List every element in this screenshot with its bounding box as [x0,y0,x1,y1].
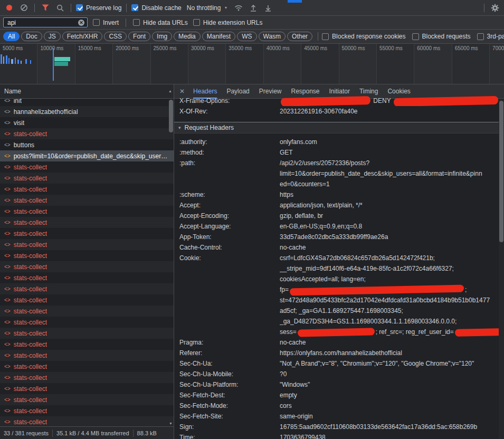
request-headers-section[interactable]: ▾Request Headers [174,122,504,133]
request-name: stats-collect [14,252,47,260]
settings-button[interactable] [489,2,501,14]
filter-pill-ws[interactable]: WS [237,32,256,41]
name-column-header[interactable]: Name ▲ [0,84,174,99]
filter-pill-css[interactable]: CSS [104,32,127,41]
request-row[interactable]: <>visit [0,117,174,128]
header-value: ?0 [280,369,504,379]
filter-pill-media[interactable]: Media [174,32,201,41]
import-har-button[interactable] [248,2,259,14]
header-name: Cache-Control: [179,242,280,253]
preserve-log-checkbox[interactable] [76,4,83,11]
request-row[interactable]: <>stats-collect [0,416,174,426]
scroll-down-icon[interactable]: ▼ [169,422,173,425]
filter-pill-all[interactable]: All [3,32,20,41]
filter-pill-js[interactable]: JS [44,32,61,41]
file-code-icon: <> [4,186,11,192]
filter-input[interactable] [6,18,76,27]
redaction-scribble [455,328,501,336]
request-row[interactable]: <>stats-collect [0,405,174,416]
export-har-button[interactable] [262,2,274,14]
disable-cache-checkbox[interactable] [131,4,138,11]
header-row: App-Token:33d57ade8c02dbc5a333db99ff9ae2… [174,232,504,242]
checkbox-blocked-requests[interactable] [412,33,419,40]
timeline-activity-bar [17,60,19,64]
filter-pill-manifest[interactable]: Manifest [202,32,235,41]
request-row[interactable]: <>stats-collect [0,306,174,317]
request-row[interactable]: <>stats-collect [0,250,174,261]
request-row[interactable]: <>stats-collect [0,217,174,228]
details-scrollbar-thumb[interactable] [499,101,503,242]
filter-pill-img[interactable]: Img [152,32,172,41]
throttling-select[interactable]: No throttling ▼ [185,4,230,12]
scrollbar-thumb[interactable] [169,100,173,132]
request-row[interactable]: <>stats-collect [0,195,174,206]
request-row[interactable]: <>stats-collect [0,283,174,294]
request-row[interactable]: <>hannahelizabethofficial [0,106,174,117]
checkbox-blocked-response-cookies[interactable] [322,33,329,40]
network-main-toolbar: Preserve log Disable cache No throttling… [0,0,504,16]
download-icon [264,4,272,12]
toggle-3rd-party-requests[interactable]: 3rd-party requests [477,33,504,40]
record-button[interactable] [3,2,15,14]
request-row[interactable]: <>stats-collect [0,361,174,372]
request-row[interactable]: <>stats-collect [0,383,174,394]
network-overview-timeline[interactable]: 5000 ms10000 ms15000 ms20000 ms25000 ms3… [0,44,504,84]
request-row[interactable]: <>stats-collect [0,239,174,250]
request-name: init [14,99,22,104]
request-row[interactable]: <>stats-collect [0,228,174,239]
header-name: Sec-Fetch-Site: [179,411,280,422]
network-conditions-button[interactable] [233,2,244,14]
filter-pill-fetch-xhr[interactable]: Fetch/XHR [62,32,103,41]
checkbox-3rd-party-requests[interactable] [477,33,484,40]
request-row[interactable]: <>stats-collect [0,128,174,139]
clear-button[interactable] [18,2,30,14]
toggle-blocked-response-cookies[interactable]: Blocked response cookies [322,33,405,40]
scroll-up-icon[interactable]: ▲ [168,89,172,93]
filter-pill-wasm[interactable]: Wasm [259,32,286,41]
header-name: Sec-Ch-Ua-Mobile: [179,369,280,379]
file-code-icon: <> [4,297,11,303]
request-row[interactable]: <>stats-collect [0,206,174,217]
request-row[interactable]: <>stats-collect [0,294,174,306]
request-name: stats-collect [14,241,47,249]
collapse-triangle-icon: ▾ [178,125,181,130]
filter-pill-other[interactable]: Other [287,32,312,41]
hide-extension-urls-toggle[interactable]: Hide extension URLs [193,19,263,26]
toggle-blocked-requests[interactable]: Blocked requests [412,33,471,40]
request-row[interactable]: <>init [0,99,174,106]
filter-button[interactable] [40,2,51,14]
request-row[interactable]: <>stats-collect [0,350,174,361]
request-row[interactable]: <>stats-collect [0,328,174,339]
request-row[interactable]: <>stats-collect [0,317,174,328]
filter-pill-font[interactable]: Font [128,32,150,41]
request-name: stats-collect [14,230,47,237]
request-row[interactable]: <>stats-collect [0,272,174,283]
request-row[interactable]: <>stats-collect [0,184,174,195]
file-code-icon: <> [4,286,11,292]
request-row[interactable]: <>stats-collect [0,372,174,383]
disable-cache-toggle[interactable]: Disable cache [131,4,181,12]
hide-data-urls-checkbox[interactable] [133,19,140,26]
request-row[interactable]: <>buttons [0,139,174,150]
invert-checkbox[interactable] [93,19,100,26]
preserve-log-toggle[interactable]: Preserve log [76,4,121,12]
details-scrollbar[interactable] [499,99,504,439]
hide-extension-urls-checkbox[interactable] [193,19,200,26]
close-icon[interactable]: ✕ [179,88,185,95]
request-row[interactable]: <>stats-collect [0,394,174,405]
search-button[interactable] [54,2,66,14]
record-icon [6,5,12,11]
request-row[interactable]: <>posts?limit=10&order=publish_date_desc… [0,150,174,161]
request-name: stats-collect [14,197,47,204]
request-row[interactable]: <>stats-collect [0,339,174,350]
invert-toggle[interactable]: Invert [93,19,119,26]
request-row[interactable]: <>stats-collect [0,173,174,184]
clear-input-icon[interactable]: ✕ [78,20,84,26]
header-value: no-cache [280,242,504,253]
request-row[interactable]: <>stats-collect [0,261,174,272]
type-pill-group: AllDocJSFetch/XHRCSSFontImgMediaManifest… [3,32,314,41]
hide-data-urls-toggle[interactable]: Hide data URLs [133,19,188,26]
request-row[interactable]: <>stats-collect [0,161,174,173]
filter-pill-doc[interactable]: Doc [21,32,42,41]
header-name: Sec-Fetch-Mode: [179,400,280,411]
